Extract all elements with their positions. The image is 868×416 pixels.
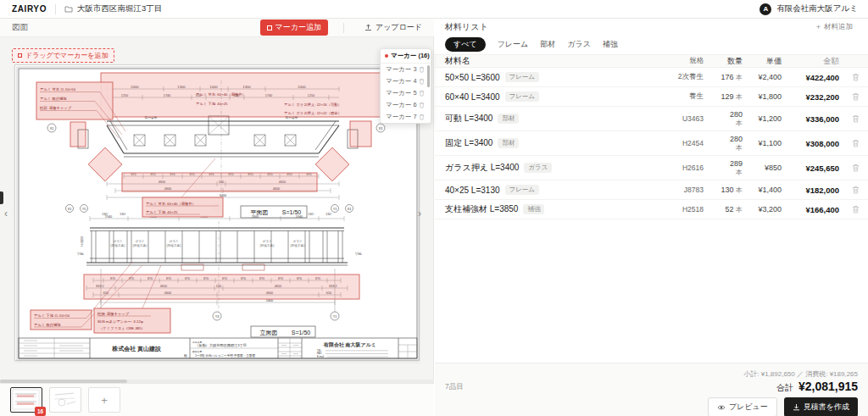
svg-text:X1: X1	[68, 208, 72, 211]
material-spec: H2454	[644, 139, 704, 147]
material-name: 可動 L=3400	[445, 113, 492, 125]
trash-icon[interactable]	[419, 102, 425, 108]
delete-row-button[interactable]	[852, 184, 860, 197]
trash-icon	[852, 73, 860, 81]
trash-icon[interactable]	[419, 90, 425, 97]
eye-icon	[717, 404, 726, 411]
svg-text:図面名称: 図面名称	[192, 350, 202, 353]
marker-overlay[interactable]	[350, 121, 371, 147]
trash-icon[interactable]	[419, 114, 425, 120]
next-page-chevron[interactable]: ›	[415, 207, 424, 220]
tab-1[interactable]: フレーム	[498, 39, 529, 50]
pane-handle[interactable]	[0, 191, 3, 204]
upload-button[interactable]: アップロード	[359, 21, 427, 34]
trash-icon	[852, 139, 860, 147]
svg-text:X1: X1	[50, 127, 54, 130]
cad-drawing[interactable]: 20001300100013002000 1250174051051017401…	[15, 65, 420, 362]
page-thumbnail-1[interactable]: 16	[10, 387, 42, 413]
breadcrumb[interactable]: 大阪市西区南堀江3丁目	[64, 3, 162, 14]
marker-list-item-2[interactable]: マーカー 5	[381, 87, 427, 99]
delete-row-button[interactable]	[852, 137, 860, 150]
svg-text:(別途工事): (別途工事)	[291, 243, 305, 247]
svg-text:(別途工事): (別途工事)	[167, 243, 181, 247]
material-spec: H2518	[644, 205, 704, 214]
svg-text:(別途工事): (別途工事)	[111, 243, 125, 247]
category-tag: 部材	[498, 114, 519, 124]
table-row[interactable]: 可動 L=3400部材 U3463 280本 ¥1,200 ¥336,000	[435, 107, 868, 131]
svg-text:有限会社 南大阪アルミ: 有限会社 南大阪アルミ	[323, 341, 376, 348]
material-unit-price: ¥2,400	[743, 73, 782, 81]
table-row[interactable]: ガラス押え L=3400ガラス H2616 289本 ¥850 ¥245,650	[435, 156, 868, 180]
category-tag: フレーム	[505, 72, 540, 82]
marker-list-item-3[interactable]: マーカー 6	[381, 99, 427, 111]
svg-text:柱脚: 溶接キャップ: 柱脚: 溶接キャップ	[97, 312, 130, 316]
svg-text:株式会社 貫山建設: 株式会社 貫山建設	[111, 345, 162, 352]
tab-0[interactable]: すべて	[445, 37, 486, 52]
marker-list-item-0[interactable]: マーカー 3	[381, 64, 427, 75]
items-count: 7品目	[445, 382, 464, 392]
material-amount: ¥182,000	[782, 186, 839, 195]
drawing-toolbar: 図面 マーカー追加 アップロード	[0, 19, 434, 37]
add-material-button[interactable]: ＋ 材料追加	[810, 21, 858, 33]
delete-row-button[interactable]	[852, 91, 860, 103]
marker-overlay[interactable]	[84, 275, 359, 299]
trash-icon	[852, 205, 860, 214]
delete-row-button[interactable]	[852, 71, 860, 84]
create-estimate-button[interactable]: 見積書を作成	[784, 397, 858, 416]
table-row[interactable]: 支柱補強材 L=3850補強 H2518 52 本 ¥3,200 ¥166,40…	[435, 200, 868, 219]
svg-text:立面図: 立面図	[260, 330, 278, 336]
svg-text:130°: 130°	[120, 213, 126, 216]
add-page-button[interactable]: +	[88, 387, 120, 413]
app-logo: ZAIRYO	[12, 4, 47, 14]
marker-overlay[interactable]	[70, 122, 86, 147]
table-row[interactable]: 固定 L=3400部材 H2454 280本 ¥1,100 ¥308,000	[435, 131, 868, 156]
app-window: ZAIRYO 大阪市西区南堀江3丁目 A 有限会社南大阪アルミ 図面 マーカー追…	[0, 0, 868, 416]
material-qty: 52 本	[704, 205, 743, 214]
prev-page-chevron[interactable]: ‹	[2, 207, 10, 220]
trash-icon[interactable]	[419, 78, 425, 85]
table-row[interactable]: 40×25 L=3130フレーム J8783 130 本 ¥1,400 ¥182…	[435, 180, 868, 200]
scrollbar-thumb[interactable]	[427, 65, 430, 87]
account-area[interactable]: A 有限会社南大阪アルミ	[760, 3, 858, 15]
tab-4[interactable]: 補強	[603, 39, 618, 50]
svg-text:1940: 1940	[105, 215, 112, 219]
marker-list-item-4[interactable]: マーカー 7	[381, 111, 427, 123]
avatar[interactable]: A	[760, 3, 771, 15]
material-name: 支柱補強材 L=3850	[445, 203, 518, 215]
delete-row-button[interactable]	[852, 162, 860, 175]
col-unit-price: 単価	[743, 56, 782, 67]
svg-text:S=1/50: S=1/50	[292, 330, 310, 336]
tab-3[interactable]: ガラス	[567, 39, 591, 50]
material-amount: ¥245,650	[782, 164, 839, 173]
drag-marker-hint: ドラッグでマーカーを追加	[12, 48, 114, 63]
marker-list-item-1[interactable]: マーカー 4	[381, 75, 427, 87]
marker-overlays: アルミ 笠木 ロ-50×50 アルミ 取付補強 柱頭: 溶接キャップ アルミ 笠…	[31, 73, 381, 333]
table-row[interactable]: 50×50 L=3600フレーム 2次養生 176 本 ¥2,400 ¥422,…	[435, 68, 868, 87]
preview-button[interactable]: プレビュー	[708, 397, 777, 416]
marker-overlay[interactable]	[315, 147, 349, 181]
marker-overlay[interactable]	[122, 173, 317, 191]
trash-icon	[852, 114, 860, 123]
page-thumbnail-2[interactable]	[49, 387, 81, 413]
thumbnail-preview	[50, 388, 80, 411]
delete-row-button[interactable]	[852, 113, 860, 125]
drawing-sheet[interactable]: 20001300100013002000 1250174051051017401…	[14, 64, 420, 361]
material-spec: U3463	[644, 114, 704, 123]
trash-icon[interactable]	[419, 66, 425, 73]
svg-text:アルミ 下地: 40×25: アルミ 下地: 40×25	[196, 102, 228, 106]
folder-icon	[64, 5, 73, 13]
table-row[interactable]: 60×40 L=3400フレーム 養生 129 本 ¥1,800 ¥232,20…	[435, 87, 868, 107]
svg-text:ガラス: ガラス	[135, 240, 144, 243]
add-marker-button[interactable]: マーカー追加	[260, 19, 328, 36]
trash-icon	[852, 92, 860, 101]
material-qty: 289本	[704, 159, 743, 176]
tab-2[interactable]: 部材	[540, 39, 555, 50]
page-thumbnail-bar: 16 +	[0, 383, 434, 416]
marker-overlay[interactable]	[88, 147, 122, 181]
marker-list: マーカー 3マーカー 4マーカー 5マーカー 6マーカー 7	[381, 64, 431, 123]
delete-row-button[interactable]	[852, 203, 860, 216]
material-unit-price: ¥1,200	[743, 114, 782, 123]
svg-text:ガラス: ガラス	[169, 240, 178, 243]
material-qty: 280本	[704, 110, 743, 127]
dashed-rect-icon	[18, 53, 22, 58]
